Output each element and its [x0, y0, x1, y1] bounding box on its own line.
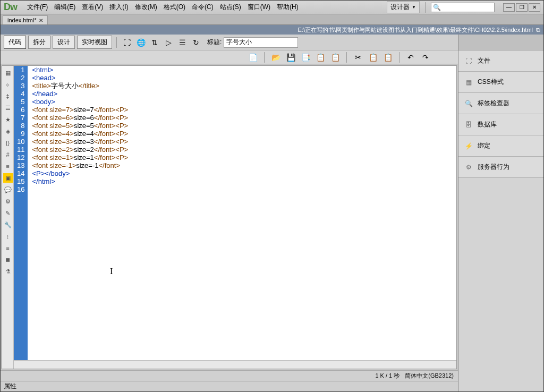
tool-icon[interactable]: ▣ [3, 173, 13, 183]
status-bar: 1 K / 1 秒 简体中文(GB2312) [1, 370, 458, 381]
panel-item[interactable]: ⚡绑定 [458, 135, 543, 157]
menubar: Dw 文件(F)编辑(E)查看(V)插入(I)修改(M)格式(O)命令(C)站点… [1, 1, 543, 14]
file-path: E:\正在写的书\网页制作与网站建设图书从入门到精通\效果\最终文件\CH02\… [298, 26, 533, 34]
paste-icon[interactable]: 📋 [382, 52, 394, 63]
toolbar-icon[interactable]: 📄 [247, 52, 259, 63]
view-toolbar: 代码 拆分 设计 实时视图 ⛶ 🌐 ⇅ ▷ ☰ ↻ 标题: [1, 35, 458, 50]
minimize-button[interactable]: — [503, 3, 515, 12]
panel-label: 绑定 [478, 141, 490, 150]
code-scroll[interactable]: 12345678910111213141516 <html><head><tit… [14, 66, 456, 360]
designer-label: 设计器 [390, 3, 410, 12]
menu-item[interactable]: 格式(O) [161, 2, 188, 13]
separator [425, 2, 426, 13]
restore-button[interactable]: ❐ [516, 3, 528, 12]
document-tabbar: index.html* ✕ [1, 14, 543, 25]
panel-icon: 🗄 [464, 120, 473, 130]
search-input[interactable]: 🔍 [431, 3, 495, 12]
title-input[interactable] [224, 37, 298, 48]
close-tab-icon[interactable]: ✕ [39, 18, 43, 23]
search-icon: 🔍 [433, 4, 441, 11]
separator [346, 52, 347, 63]
menu-item[interactable]: 站点(S) [217, 2, 244, 13]
panel-icon: ⚙ [464, 163, 473, 172]
tool-icon[interactable]: ⚗ [3, 267, 13, 276]
panel-label: 文件 [478, 56, 490, 65]
tool-icon[interactable]: ✎ [3, 208, 13, 218]
toolbar-icon[interactable]: ▷ [163, 37, 174, 48]
code-view-button[interactable]: 代码 [4, 36, 26, 49]
tool-icon[interactable]: ‡ [3, 91, 13, 101]
tool-icon[interactable]: 💬 [3, 185, 13, 194]
close-button[interactable]: ✕ [529, 3, 540, 12]
panel-label: 标签检查器 [478, 99, 509, 108]
toolbar-icon[interactable]: 📋 [367, 52, 379, 63]
live-view-button[interactable]: 实时视图 [77, 36, 112, 49]
toolbar-icon[interactable]: ⇅ [149, 37, 160, 48]
menu-item[interactable]: 帮助(H) [274, 2, 301, 13]
toolbar-icon[interactable]: 📑 [300, 52, 311, 63]
menu-host: 文件(F)编辑(E)查看(V)插入(I)修改(M)格式(O)命令(C)站点(S)… [24, 2, 302, 13]
h-scrollbar[interactable] [14, 360, 456, 369]
menu-item[interactable]: 窗口(W) [245, 2, 273, 13]
path-icon[interactable]: ⧉ [536, 27, 540, 33]
refresh-icon[interactable]: ↻ [190, 37, 202, 48]
undo-icon[interactable]: ↶ [405, 52, 416, 63]
design-view-button[interactable]: 设计 [53, 36, 75, 49]
designer-dropdown[interactable]: 设计器 ▼ [387, 1, 420, 13]
redo-icon[interactable]: ↷ [420, 52, 431, 63]
properties-panel[interactable]: 属性 [1, 381, 458, 391]
menu-item[interactable]: 查看(V) [79, 2, 106, 13]
app-window: Dw 文件(F)编辑(E)查看(V)插入(I)修改(M)格式(O)命令(C)站点… [0, 0, 544, 392]
menu-item[interactable]: 文件(F) [24, 2, 50, 13]
panel-item[interactable]: 🗄数据库 [458, 114, 543, 135]
panel-item[interactable]: ⚙服务器行为 [458, 157, 543, 178]
tool-icon[interactable]: ≣ [3, 255, 13, 265]
menu-item[interactable]: 编辑(E) [52, 2, 78, 13]
split-view-button[interactable]: 拆分 [28, 36, 50, 49]
status-size: 1 K / 1 秒 [375, 372, 400, 380]
properties-label: 属性 [4, 382, 16, 391]
panel-label: 数据库 [478, 120, 497, 129]
edit-toolbar: 📄 📂 💾 📑 📋 📋 ✂ 📋 📋 ↶ ↷ [1, 50, 458, 64]
tool-icon[interactable]: ◈ [3, 126, 13, 136]
app-logo: Dw [4, 2, 17, 13]
globe-icon[interactable]: 🌐 [135, 37, 147, 48]
tool-icon[interactable]: 🔧 [3, 220, 13, 229]
tool-icon[interactable]: {} [3, 138, 13, 148]
copy-icon[interactable]: 📋 [314, 52, 326, 63]
toolbar-icon[interactable]: ☰ [176, 37, 188, 48]
code-content[interactable]: <html><head><title>字号大小</title></head><b… [28, 66, 456, 360]
open-icon[interactable]: 📂 [270, 52, 282, 63]
tool-icon[interactable]: ≡ [3, 161, 13, 171]
body-row: 代码 拆分 设计 实时视图 ⛶ 🌐 ⇅ ▷ ☰ ↻ 标题: 📄 📂 💾 📑 [1, 35, 543, 391]
panel-item[interactable]: 🔍标签检查器 [458, 93, 543, 114]
window-controls: — ❐ ✕ [503, 3, 540, 12]
separator [264, 52, 265, 63]
tool-icon[interactable]: # [3, 150, 13, 159]
title-label: 标题: [207, 38, 222, 47]
tool-icon[interactable]: ⟐ [3, 80, 13, 89]
tool-icon[interactable]: ☰ [3, 103, 13, 113]
menu-item[interactable]: 命令(C) [189, 2, 216, 13]
tool-icon[interactable]: ★ [3, 115, 13, 124]
toolbar-icon[interactable]: ⛶ [121, 37, 133, 48]
cut-icon[interactable]: ✂ [352, 52, 364, 63]
menu-item[interactable]: 插入(I) [107, 2, 131, 13]
panel-item[interactable]: ⛶文件 [458, 50, 543, 72]
panel-item[interactable]: ▦CSS样式 [458, 72, 543, 93]
file-tab[interactable]: index.html* ✕ [3, 15, 48, 24]
line-gutter: 12345678910111213141516 [14, 66, 28, 360]
tool-icon[interactable]: ↕ [3, 232, 13, 241]
save-icon[interactable]: 💾 [285, 52, 296, 63]
tool-icon[interactable]: ⚙ [3, 197, 13, 206]
code-area: 12345678910111213141516 <html><head><tit… [14, 66, 456, 369]
panel-icon: ⛶ [464, 56, 473, 66]
tool-icon[interactable]: ▦ [3, 68, 13, 78]
menu-item[interactable]: 修改(M) [132, 2, 160, 13]
right-panel: ⛶文件▦CSS样式🔍标签检查器🗄数据库⚡绑定⚙服务器行为 [458, 35, 543, 391]
text-cursor-icon: I [110, 267, 113, 276]
panel-label: 服务器行为 [478, 163, 509, 172]
tool-icon[interactable]: ≡ [3, 243, 13, 253]
main-column: 代码 拆分 设计 实时视图 ⛶ 🌐 ⇅ ▷ ☰ ↻ 标题: 📄 📂 💾 📑 [1, 35, 458, 391]
toolbar-icon[interactable]: 📋 [329, 52, 341, 63]
